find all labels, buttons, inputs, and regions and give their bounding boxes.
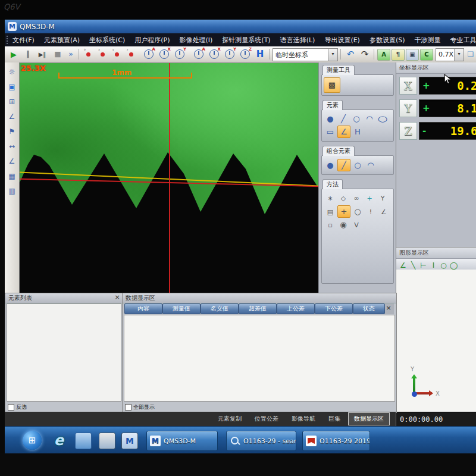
pinned-window-icon[interactable]: [75, 433, 92, 449]
preset-axis-x-button[interactable]: X: [208, 49, 220, 60]
zero-axis-x-button[interactable]: X: [158, 49, 170, 60]
column-nominal[interactable]: 名义值: [201, 303, 239, 314]
column-status[interactable]: 状态: [353, 303, 385, 314]
calibrate-button[interactable]: C: [420, 49, 433, 61]
taskbar-button-search[interactable]: O1163-29 - sear...: [226, 431, 296, 451]
pinned-app-icon[interactable]: [99, 433, 115, 449]
zero-axis-a-button[interactable]: A: [143, 49, 155, 60]
layers-method-icon[interactable]: ▤: [324, 206, 336, 218]
midpoint-method-icon[interactable]: ◇: [337, 193, 349, 204]
menu-language[interactable]: 语言选择(L): [275, 36, 320, 45]
taskbar-button-pdf[interactable]: O1163-29 2019: [302, 431, 370, 451]
data-table-body[interactable]: [124, 315, 395, 402]
start-button[interactable]: ⊞: [23, 431, 42, 450]
pause-button[interactable]: ‖: [21, 48, 35, 61]
redo-button[interactable]: ↷: [358, 48, 371, 61]
combined-arc-icon[interactable]: ◠: [365, 159, 377, 171]
qms-pinned-icon[interactable]: M: [121, 433, 138, 449]
column-deviation[interactable]: 超差值: [239, 303, 277, 314]
invert-select-checkbox[interactable]: [8, 404, 14, 411]
element-list-body[interactable]: [7, 303, 121, 402]
cross-method-icon[interactable]: +: [364, 193, 375, 204]
image-tool-button[interactable]: ¶: [392, 49, 405, 61]
show-all-checkbox[interactable]: [125, 404, 131, 411]
set-origin-all-button[interactable]: ⁰: [83, 49, 94, 59]
menu-interferometry[interactable]: 干涉测量: [410, 36, 446, 45]
column-measured[interactable]: 测量值: [162, 303, 201, 314]
column-content[interactable]: 内容: [124, 303, 162, 314]
chevron-down-icon[interactable]: ▾: [328, 49, 337, 61]
point-tool-icon[interactable]: ●: [324, 113, 336, 124]
menu-image-processing[interactable]: 影像处理(I): [175, 36, 218, 45]
rectangle-tool-icon[interactable]: ▭: [324, 126, 336, 137]
close-icon[interactable]: ×: [385, 304, 392, 312]
stop-button[interactable]: ■: [51, 48, 64, 61]
set-origin-y-button[interactable]: ʸ: [112, 49, 123, 59]
protractor-icon[interactable]: ∠: [7, 156, 17, 167]
arrow-method-icon[interactable]: V: [350, 220, 362, 231]
set-origin-x-button[interactable]: ˣ: [98, 49, 108, 59]
tab-image-navigation[interactable]: 影像导航: [286, 413, 321, 425]
menu-coord-system[interactable]: 坐标系统(C): [84, 36, 130, 45]
link-method-icon[interactable]: ∞: [350, 193, 362, 204]
slope-method-icon[interactable]: ∠: [378, 206, 390, 218]
auto-focus-icon-button[interactable]: A: [377, 49, 390, 61]
screen-capture-icon[interactable]: ▥: [7, 186, 17, 196]
graphics-canvas[interactable]: Y X: [396, 270, 476, 412]
menu-pro-tools[interactable]: 专业工具(W): [446, 36, 476, 45]
step-button[interactable]: ▶‖: [36, 48, 49, 61]
distance-tool-icon[interactable]: H: [352, 126, 364, 137]
menu-param-settings[interactable]: 参数设置(S): [365, 36, 410, 45]
magnification-dropdown[interactable]: 0.7X ▾: [436, 48, 464, 61]
column-lower-tol[interactable]: 下公差: [315, 303, 353, 314]
run-button[interactable]: ▶: [7, 48, 20, 61]
lock-icon[interactable]: ▣: [7, 82, 17, 92]
crosshair-method-icon[interactable]: +: [337, 205, 350, 218]
arc-tool-icon[interactable]: ◠: [364, 113, 375, 124]
live-video-view[interactable]: 25.3X 1mm: [19, 62, 320, 294]
tab-element-copy[interactable]: 元素复制: [212, 413, 247, 425]
line-tool-icon[interactable]: ╱: [337, 113, 349, 124]
tab-position-tolerance[interactable]: 位置公差: [249, 413, 284, 425]
vertex-method-icon[interactable]: Y: [377, 193, 389, 204]
region-method-icon[interactable]: ▫: [324, 220, 336, 231]
intersect-method-icon[interactable]: ∗: [324, 193, 336, 204]
combined-line-icon[interactable]: ╱: [337, 159, 350, 171]
window-tool-button[interactable]: ▣: [406, 49, 419, 61]
menu-element-preset[interactable]: 元素预置(A): [39, 36, 84, 45]
menu-probe-system[interactable]: 探针测量系统(T): [217, 36, 275, 45]
circle-method-icon[interactable]: ○: [352, 206, 364, 217]
more-tools-button[interactable]: »: [64, 48, 77, 61]
axis-z-button[interactable]: Z: [399, 122, 417, 140]
axis-x-button[interactable]: X: [399, 77, 417, 95]
circle-tool-icon[interactable]: ○: [350, 113, 362, 124]
pin-method-icon[interactable]: !: [365, 206, 377, 218]
column-upper-tol[interactable]: 上公差: [277, 303, 315, 314]
save-button[interactable]: H: [253, 48, 267, 61]
taskbar-button-qms3d[interactable]: M QMS3D-M: [146, 431, 218, 451]
internet-explorer-icon[interactable]: e: [51, 433, 67, 448]
close-icon[interactable]: ×: [114, 293, 121, 301]
undo-button[interactable]: ↶: [344, 48, 357, 61]
camera-icon[interactable]: ▦: [7, 171, 17, 181]
flag-tool-icon[interactable]: ⚑: [7, 126, 17, 137]
axis-y-button[interactable]: Y: [399, 99, 417, 117]
menu-user-program[interactable]: 用户程序(P): [130, 36, 174, 45]
angle-measure-icon[interactable]: ∠: [7, 111, 17, 122]
tab-data-display[interactable]: 数据显示区: [348, 412, 390, 425]
width-measure-icon[interactable]: ↔: [7, 141, 17, 152]
menu-file[interactable]: 文件(F): [8, 36, 39, 45]
video-measure-tool-button[interactable]: ▩: [324, 77, 340, 93]
angle-tool-icon[interactable]: ∠: [337, 126, 350, 138]
extra-window-button[interactable]: ❏: [464, 48, 476, 61]
menu-export-settings[interactable]: 导出设置(E): [320, 36, 365, 45]
combined-point-icon[interactable]: ●: [324, 159, 336, 171]
chevron-down-icon[interactable]: ▾: [454, 49, 464, 61]
combined-circle-icon[interactable]: ○: [352, 159, 364, 171]
ellipse-tool-icon[interactable]: ○: [377, 113, 389, 124]
set-origin-z-button[interactable]: ᶻ: [126, 49, 137, 59]
preset-axis-y-button[interactable]: Y: [224, 49, 236, 60]
light-control-icon[interactable]: ☼: [7, 67, 17, 77]
grid-icon[interactable]: ⊞: [7, 96, 17, 107]
preset-axis-a-button[interactable]: A: [193, 49, 205, 60]
